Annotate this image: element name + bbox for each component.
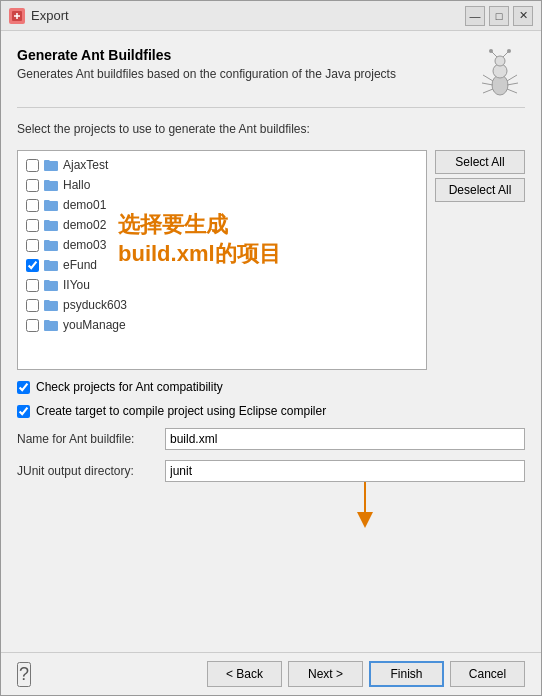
maximize-button[interactable]: □ xyxy=(489,6,509,26)
svg-line-9 xyxy=(507,75,517,81)
project-folder-icon xyxy=(43,237,59,253)
svg-line-7 xyxy=(482,83,493,85)
check-compat-checkbox[interactable] xyxy=(17,381,30,394)
list-item[interactable]: demo03 xyxy=(22,235,422,255)
project-folder-icon xyxy=(43,197,59,213)
junit-row: JUnit output directory: xyxy=(17,460,525,482)
project-checkbox[interactable] xyxy=(26,219,39,232)
project-folder-icon xyxy=(43,297,59,313)
project-folder-icon xyxy=(43,277,59,293)
window-controls: — □ ✕ xyxy=(465,6,533,26)
project-label: AjaxTest xyxy=(63,158,108,172)
check-compat-label: Check projects for Ant compatibility xyxy=(36,380,223,394)
main-content: Generate Ant Buildfiles Generates Ant bu… xyxy=(1,31,541,652)
list-item[interactable]: demo01 xyxy=(22,195,422,215)
footer-buttons: < Back Next > Finish Cancel xyxy=(207,661,525,687)
project-label: demo02 xyxy=(63,218,106,232)
svg-line-10 xyxy=(507,83,518,85)
project-checkbox[interactable] xyxy=(26,299,39,312)
project-checkbox[interactable] xyxy=(26,179,39,192)
side-buttons: Select All Deselect All xyxy=(435,150,525,370)
project-label: IIYou xyxy=(63,278,90,292)
next-button[interactable]: Next > xyxy=(288,661,363,687)
project-label: eFund xyxy=(63,258,97,272)
header-section: Generate Ant Buildfiles Generates Ant bu… xyxy=(17,47,525,108)
title-bar: Export — □ ✕ xyxy=(1,1,541,31)
close-button[interactable]: ✕ xyxy=(513,6,533,26)
finish-button[interactable]: Finish xyxy=(369,661,444,687)
export-window: Export — □ ✕ Generate Ant Buildfiles Gen… xyxy=(0,0,542,696)
svg-line-6 xyxy=(483,75,493,81)
svg-line-8 xyxy=(483,89,493,93)
project-checkbox[interactable] xyxy=(26,239,39,252)
create-target-label: Create target to compile project using E… xyxy=(36,404,326,418)
project-checkbox[interactable] xyxy=(26,319,39,332)
project-checkbox[interactable] xyxy=(26,259,39,272)
project-checkbox[interactable] xyxy=(26,159,39,172)
section-label: Select the projects to use to generate t… xyxy=(17,122,525,136)
svg-point-5 xyxy=(495,56,505,66)
project-folder-icon xyxy=(43,257,59,273)
help-button[interactable]: ? xyxy=(17,662,31,687)
list-item[interactable]: eFund xyxy=(22,255,422,275)
create-target-row: Create target to compile project using E… xyxy=(17,404,525,418)
cancel-button[interactable]: Cancel xyxy=(450,661,525,687)
list-item[interactable]: psyduck603 xyxy=(22,295,422,315)
dialog-description: Generates Ant buildfiles based on the co… xyxy=(17,67,396,81)
project-label: demo03 xyxy=(63,238,106,252)
create-target-checkbox[interactable] xyxy=(17,405,30,418)
dialog-title: Generate Ant Buildfiles xyxy=(17,47,396,63)
project-label: youManage xyxy=(63,318,126,332)
project-folder-icon xyxy=(43,157,59,173)
select-all-button[interactable]: Select All xyxy=(435,150,525,174)
junit-input[interactable] xyxy=(165,460,525,482)
window-title: Export xyxy=(31,8,69,23)
project-folder-icon xyxy=(43,217,59,233)
list-item[interactable]: youManage xyxy=(22,315,422,335)
project-label: psyduck603 xyxy=(63,298,127,312)
svg-point-15 xyxy=(507,49,511,53)
footer: ? < Back Next > Finish Cancel xyxy=(1,652,541,695)
back-button[interactable]: < Back xyxy=(207,661,282,687)
buildfile-label: Name for Ant buildfile: xyxy=(17,432,157,446)
svg-line-11 xyxy=(507,89,517,93)
buildfile-row: Name for Ant buildfile: xyxy=(17,428,525,450)
window-icon xyxy=(9,8,25,24)
svg-point-14 xyxy=(489,49,493,53)
list-item[interactable]: demo02 xyxy=(22,215,422,235)
check-compat-row: Check projects for Ant compatibility xyxy=(17,380,525,394)
project-checkbox[interactable] xyxy=(26,199,39,212)
list-item[interactable]: Hallo xyxy=(22,175,422,195)
header-text: Generate Ant Buildfiles Generates Ant bu… xyxy=(17,47,396,81)
project-folder-icon xyxy=(43,177,59,193)
buildfile-input[interactable] xyxy=(165,428,525,450)
minimize-button[interactable]: — xyxy=(465,6,485,26)
projects-list[interactable]: AjaxTest Hallo demo01 demo02 demo03 eFun… xyxy=(17,150,427,370)
project-checkbox[interactable] xyxy=(26,279,39,292)
deselect-all-button[interactable]: Deselect All xyxy=(435,178,525,202)
projects-area: AjaxTest Hallo demo01 demo02 demo03 eFun… xyxy=(17,150,525,370)
finish-arrow xyxy=(335,482,395,532)
project-folder-icon xyxy=(43,317,59,333)
project-label: Hallo xyxy=(63,178,90,192)
arrow-spacer xyxy=(17,492,525,512)
project-label: demo01 xyxy=(63,198,106,212)
junit-label: JUnit output directory: xyxy=(17,464,157,478)
list-item[interactable]: AjaxTest xyxy=(22,155,422,175)
list-item[interactable]: IIYou xyxy=(22,275,422,295)
ant-icon xyxy=(475,47,525,97)
